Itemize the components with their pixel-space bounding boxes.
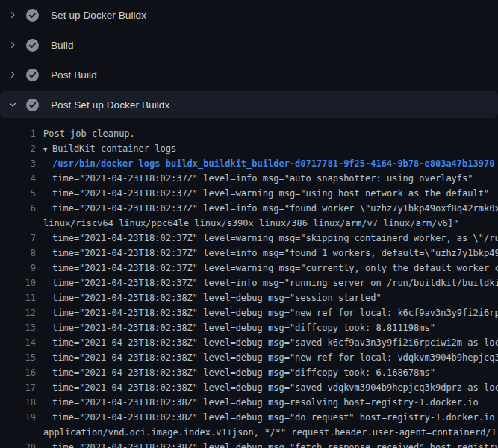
log-line-2: 2▼BuildKit container logs (0, 141, 498, 156)
log-line-number[interactable]: 18 (0, 395, 36, 410)
log-line-text: time="2021-04-23T18:02:37Z" level=warnin… (43, 186, 489, 201)
chevron-down-icon (7, 99, 18, 110)
log-line-17: 17time="2021-04-23T18:02:38Z" level=debu… (0, 380, 498, 395)
log-line-number[interactable]: 8 (0, 246, 36, 261)
log-line-text: time="2021-04-23T18:02:38Z" level=debug … (43, 365, 435, 380)
log-line-18: 18time="2021-04-23T18:02:38Z" level=debu… (0, 395, 498, 410)
chevron-right-icon (7, 40, 18, 50)
log-line-text: time="2021-04-23T18:02:37Z" level=info m… (43, 201, 498, 216)
log-line-text: linux/riscv64 linux/ppc64le linux/s390x … (43, 216, 458, 231)
log-line-11: 11time="2021-04-23T18:02:38Z" level=debu… (0, 290, 498, 305)
log-line-text: Post job cleanup. (43, 126, 135, 141)
log-line-7: 7time="2021-04-23T18:02:37Z" level=warni… (0, 231, 498, 246)
log-line-number[interactable]: 10 (0, 276, 36, 290)
log-line-number[interactable]: 6 (0, 201, 36, 216)
log-line-number[interactable]: 19 (0, 410, 36, 425)
log-line-number[interactable]: 4 (0, 171, 36, 186)
log-line-number[interactable]: 7 (0, 231, 36, 246)
step-label: Set up Docker Buildx (51, 10, 146, 21)
log-viewer: 1Post job cleanup.2▼BuildKit container l… (0, 119, 498, 448)
step-row-build[interactable]: Build (0, 30, 498, 60)
log-group-title[interactable]: BuildKit container logs (52, 143, 176, 154)
step-label: Build (51, 40, 74, 51)
log-line-10: 10time="2021-04-23T18:02:37Z" level=info… (0, 276, 498, 290)
log-group-toggle-icon[interactable]: ▼ (43, 142, 52, 157)
log-line-continuation: application/vnd.oci.image.index.v1+json,… (0, 425, 498, 440)
log-line-text: time="2021-04-23T18:02:37Z" level=warnin… (43, 231, 498, 246)
log-line-text: time="2021-04-23T18:02:37Z" level=info m… (43, 276, 498, 290)
log-line-number[interactable]: 5 (0, 186, 36, 201)
log-line-text: time="2021-04-23T18:02:38Z" level=debug … (43, 395, 479, 410)
log-line-number[interactable]: 15 (0, 350, 36, 365)
chevron-right-icon (7, 10, 18, 20)
log-line-text: time="2021-04-23T18:02:38Z" level=debug … (43, 320, 435, 335)
step-label: Post Build (51, 69, 97, 81)
log-line-12: 12time="2021-04-23T18:02:38Z" level=debu… (0, 305, 498, 320)
log-line-text: time="2021-04-23T18:02:38Z" level=debug … (43, 350, 498, 365)
log-line-15: 15time="2021-04-23T18:02:38Z" level=debu… (0, 350, 498, 365)
log-line-number[interactable]: 9 (0, 261, 36, 276)
log-line-number (0, 425, 36, 440)
step-row-post-set-up-docker-buildx[interactable]: Post Set up Docker Buildx (0, 91, 498, 118)
log-line-19: 19time="2021-04-23T18:02:38Z" level=debu… (0, 410, 498, 425)
log-line-5: 5time="2021-04-23T18:02:37Z" level=warni… (0, 186, 498, 201)
check-circle-icon (26, 99, 39, 111)
step-list: Set up Docker BuildxBuildPost BuildPost … (0, 0, 498, 118)
log-line-9: 9time="2021-04-23T18:02:37Z" level=warni… (0, 261, 498, 276)
log-line-number[interactable]: 11 (0, 290, 36, 305)
log-line-20: 20time="2021-04-23T18:02:38Z" level=debu… (0, 440, 498, 448)
log-line-13: 13time="2021-04-23T18:02:38Z" level=debu… (0, 320, 498, 335)
log-line-number[interactable]: 14 (0, 335, 36, 350)
log-line-text: time="2021-04-23T18:02:37Z" level=info m… (43, 171, 473, 186)
log-line-text: time="2021-04-23T18:02:37Z" level=info m… (43, 246, 498, 261)
log-line-text: time="2021-04-23T18:02:38Z" level=debug … (43, 410, 498, 425)
check-circle-icon (26, 69, 39, 81)
step-label: Post Set up Docker Buildx (51, 99, 169, 111)
log-line-number[interactable]: 16 (0, 365, 36, 380)
check-circle-icon (26, 39, 39, 52)
log-line-14: 14time="2021-04-23T18:02:38Z" level=debu… (0, 335, 498, 350)
step-row-post-build[interactable]: Post Build (0, 60, 498, 90)
log-line-number[interactable]: 17 (0, 380, 36, 395)
log-line-text: application/vnd.oci.image.index.v1+json,… (43, 425, 498, 440)
log-line-text: time="2021-04-23T18:02:38Z" level=debug … (43, 335, 498, 350)
log-line-8: 8time="2021-04-23T18:02:37Z" level=info … (0, 246, 498, 261)
log-line-1: 1Post job cleanup. (0, 126, 498, 141)
log-line-text: ▼BuildKit container logs (43, 141, 176, 156)
log-line-text: time="2021-04-23T18:02:38Z" level=debug … (43, 305, 498, 320)
log-command-text: /usr/bin/docker logs buildx_buildkit_bui… (43, 156, 494, 171)
log-line-3: 3/usr/bin/docker logs buildx_buildkit_bu… (0, 156, 498, 171)
log-line-text: time="2021-04-23T18:02:37Z" level=warnin… (43, 261, 498, 276)
log-line-number[interactable]: 13 (0, 320, 36, 335)
log-line-number[interactable]: 1 (0, 126, 36, 141)
log-line-text: time="2021-04-23T18:02:38Z" level=debug … (43, 440, 498, 448)
step-row-set-up-docker-buildx[interactable]: Set up Docker Buildx (0, 0, 498, 30)
log-line-16: 16time="2021-04-23T18:02:38Z" level=debu… (0, 365, 498, 380)
log-line-6: 6time="2021-04-23T18:02:37Z" level=info … (0, 201, 498, 216)
log-line-number[interactable]: 2 (0, 141, 36, 156)
log-line-continuation: linux/riscv64 linux/ppc64le linux/s390x … (0, 216, 498, 231)
check-circle-icon (26, 9, 39, 22)
chevron-right-icon (7, 69, 18, 80)
log-line-number (0, 216, 36, 231)
log-line-number[interactable]: 12 (0, 305, 36, 320)
log-line-text: time="2021-04-23T18:02:38Z" level=debug … (43, 290, 382, 305)
log-line-4: 4time="2021-04-23T18:02:37Z" level=info … (0, 171, 498, 186)
log-line-number[interactable]: 20 (0, 440, 36, 448)
log-line-text: time="2021-04-23T18:02:38Z" level=debug … (43, 380, 498, 395)
log-line-number[interactable]: 3 (0, 156, 36, 171)
